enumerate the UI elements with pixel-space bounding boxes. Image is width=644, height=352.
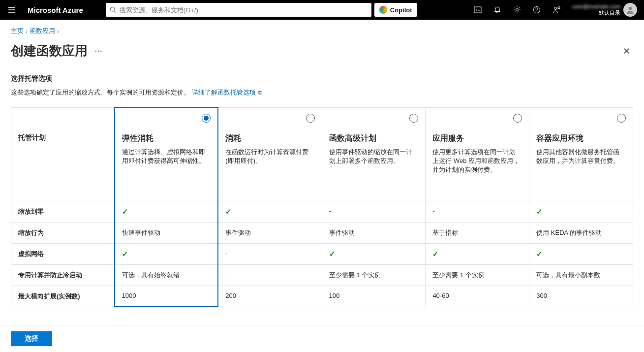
cloud-shell-icon — [474, 6, 482, 14]
title-row: 创建函数应用 ⋯ ✕ — [11, 42, 633, 60]
cell-max_scale-1: 200 — [218, 286, 322, 307]
cell-dedicated-0: 可选，具有始终就绪 — [115, 264, 218, 286]
plan-card-2[interactable]: 函数高级计划使用事件驱动的缩放在同一计划上部署多个函数应用。 — [322, 107, 426, 201]
cell-scale_zero-2: - — [322, 201, 426, 222]
user-text: user@example.com 默认目录 — [572, 3, 620, 16]
plan-name: 弹性消耗 — [122, 133, 211, 144]
dash: - — [432, 207, 434, 215]
content: 主页 › 函数应用 › 创建函数应用 ⋯ ✕ 选择托管选项 这些选项确定了应用的… — [0, 20, 644, 325]
page-title: 创建函数应用 — [11, 42, 88, 60]
cell-scale_behavior-3: 基于指标 — [426, 222, 529, 243]
dash: - — [225, 271, 227, 278]
cell-scale_behavior-4: 使用 KEDA 的事件驱动 — [529, 222, 633, 243]
plan-card-3[interactable]: 应用服务使用更多计算选项在同一计划上运行 Web 应用和函数应用，并为计划的实例… — [426, 107, 529, 201]
plan-desc: 使用更多计算选项在同一计划上运行 Web 应用和函数应用，并为计划的实例付费。 — [432, 148, 522, 175]
learn-more-link[interactable]: 详细了解函数托管选项 ⧉ — [192, 89, 262, 96]
cell-vnet-2: ✓ — [322, 243, 426, 264]
row-header-scale_behavior: 缩放行为 — [11, 222, 115, 243]
more-actions-button[interactable]: ⋯ — [94, 46, 102, 56]
notifications-button[interactable] — [489, 1, 506, 19]
cell-max_scale-3: 40-60 — [426, 286, 529, 307]
topbar-icons — [469, 1, 565, 19]
topbar: Microsoft Azure Copilot user@example.com… — [0, 0, 644, 20]
row-header-vnet: 虚拟网络 — [11, 243, 115, 264]
cell-scale_behavior-2: 事件驱动 — [322, 222, 426, 243]
plan-radio[interactable] — [409, 114, 418, 123]
plan-card-1[interactable]: 消耗在函数运行时为计算资源付费(即用即付)。 — [218, 107, 322, 201]
cell-dedicated-2: 至少需要 1 个实例 — [322, 264, 426, 286]
plan-desc: 使用其他容器化微服务托管函数应用，并为计算容量付费。 — [536, 148, 626, 165]
section-desc-text: 这些选项确定了应用的缩放方式、每个实例的可用资源和定价。 — [11, 89, 190, 96]
plan-name: 容器应用环境 — [536, 133, 626, 144]
hamburger-icon — [8, 6, 16, 14]
cell-max_scale-2: 100 — [322, 286, 426, 307]
cloud-shell-button[interactable] — [469, 1, 487, 19]
select-button[interactable]: 选择 — [11, 331, 52, 346]
breadcrumb: 主页 › 函数应用 › — [11, 27, 633, 35]
svg-point-0 — [110, 7, 115, 11]
bell-icon — [493, 6, 501, 14]
hamburger-menu[interactable] — [4, 2, 20, 18]
plan-radio[interactable] — [513, 114, 522, 123]
section-heading: 选择托管选项 — [11, 74, 633, 83]
avatar — [623, 3, 637, 17]
check-icon: ✓ — [536, 207, 543, 216]
person-feedback-icon — [552, 6, 560, 14]
row-header-dedicated: 专用计算并防止冷启动 — [11, 264, 115, 286]
svg-rect-1 — [474, 7, 481, 13]
cell-vnet-3: ✓ — [426, 243, 529, 264]
plan-card-0[interactable]: 弹性消耗通过计算选择、虚拟网络和即用即付计费获得高可伸缩性。 — [115, 107, 218, 201]
cell-vnet-4: ✓ — [529, 243, 633, 264]
main: 主页 › 函数应用 › 创建函数应用 ⋯ ✕ 选择托管选项 这些选项确定了应用的… — [0, 20, 644, 352]
cell-dedicated-4: 可选，具有最小副本数 — [529, 264, 633, 286]
close-button[interactable]: ✕ — [619, 44, 633, 58]
feedback-button[interactable] — [548, 1, 565, 19]
copilot-icon — [379, 6, 387, 14]
cell-scale_zero-0: ✓ — [115, 201, 218, 222]
user-email: user@example.com — [572, 3, 620, 10]
cell-dedicated-3: 至少需要 1 个实例 — [426, 264, 529, 286]
cell-max_scale-4: 300 — [529, 286, 633, 307]
copilot-label: Copilot — [390, 6, 412, 14]
cell-scale_behavior-0: 快速事件驱动 — [115, 222, 218, 243]
plan-name: 消耗 — [225, 133, 314, 144]
dash: - — [329, 207, 331, 215]
cell-max_scale-0: 1000 — [115, 286, 218, 307]
check-icon: ✓ — [432, 250, 439, 258]
gear-icon — [513, 6, 521, 14]
svg-point-4 — [554, 7, 557, 10]
breadcrumb-function-app[interactable]: 函数应用 — [30, 27, 55, 35]
footer: 选择 — [0, 325, 644, 352]
brand-label[interactable]: Microsoft Azure — [24, 6, 87, 14]
global-search[interactable] — [106, 3, 371, 17]
cell-vnet-0: ✓ — [115, 243, 218, 264]
account-button[interactable]: user@example.com 默认目录 — [569, 3, 640, 17]
plan-name: 函数高级计划 — [329, 133, 419, 144]
plan-radio[interactable] — [617, 114, 626, 123]
help-button[interactable] — [528, 1, 546, 19]
plan-radio[interactable] — [306, 114, 315, 123]
dash: - — [225, 250, 227, 257]
search-icon — [110, 6, 117, 13]
plan-card-4[interactable]: 容器应用环境使用其他容器化微服务托管函数应用，并为计算容量付费。 — [529, 107, 633, 201]
search-input[interactable] — [120, 6, 368, 14]
chevron-right-icon: › — [57, 28, 59, 35]
plan-radio[interactable] — [202, 114, 211, 123]
row-header-scale_zero: 缩放到零 — [11, 201, 115, 222]
svg-point-2 — [516, 9, 519, 11]
plan-desc: 使用事件驱动的缩放在同一计划上部署多个函数应用。 — [329, 148, 419, 165]
settings-button[interactable] — [508, 1, 526, 19]
external-link-icon: ⧉ — [257, 90, 262, 96]
avatar-icon — [626, 5, 635, 14]
check-icon: ✓ — [122, 250, 128, 258]
copilot-button[interactable]: Copilot — [374, 3, 417, 17]
check-icon: ✓ — [122, 207, 128, 216]
cell-dedicated-1: - — [218, 264, 322, 286]
cell-scale_behavior-1: 事件驱动 — [218, 222, 322, 243]
plan-name: 应用服务 — [432, 133, 522, 144]
help-icon — [533, 6, 541, 14]
plan-desc: 在函数运行时为计算资源付费(即用即付)。 — [225, 148, 314, 165]
breadcrumb-home[interactable]: 主页 — [11, 27, 24, 35]
cell-scale_zero-1: ✓ — [218, 201, 322, 222]
check-icon: ✓ — [329, 250, 336, 258]
